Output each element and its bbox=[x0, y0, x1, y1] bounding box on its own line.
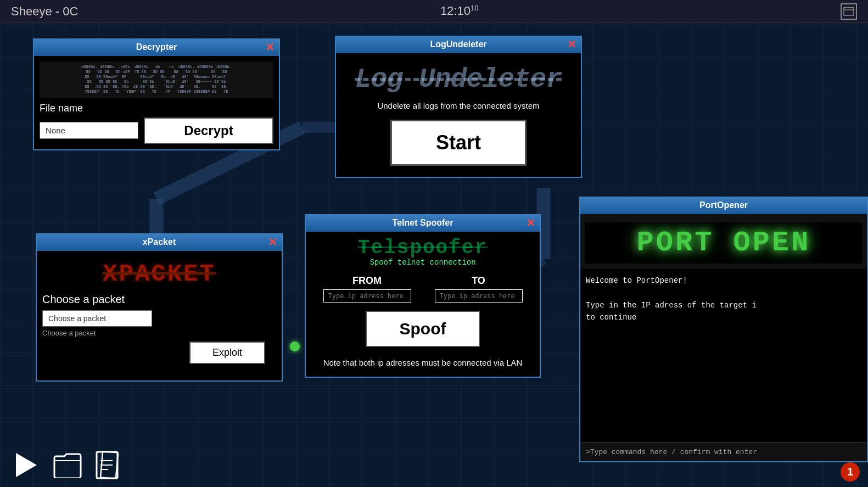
file-name-input[interactable] bbox=[40, 122, 138, 139]
to-label: TO bbox=[472, 275, 485, 287]
telnet-spoofer-window: Telnet Spoofer ✕ Telspoofer Spoof telnet… bbox=[305, 214, 541, 378]
telnet-to-input[interactable] bbox=[435, 289, 523, 303]
svg-rect-7 bbox=[844, 8, 854, 10]
notification-badge: 1 bbox=[841, 462, 860, 482]
telnet-from-field: FROM bbox=[323, 275, 411, 303]
svg-rect-6 bbox=[844, 8, 854, 15]
portopener-title: PortOpener bbox=[699, 200, 748, 210]
decrypter-titlebar: Decrypter ✕ bbox=[34, 38, 279, 56]
choose-hint: Choose a packet bbox=[42, 329, 276, 337]
telnet-close[interactable]: ✕ bbox=[526, 216, 535, 229]
telnet-spoof-text: Spoof telnet connection bbox=[306, 258, 540, 272]
logundeleter-titlebar: LogUndeleter ✕ bbox=[336, 36, 581, 53]
telnet-titlebar: Telnet Spoofer ✕ bbox=[306, 214, 540, 232]
from-label: FROM bbox=[352, 275, 382, 287]
spoof-button[interactable]: Spoof bbox=[366, 311, 480, 347]
decrypter-ascii-art: d8888b. d8888b. .o88b. d8888b. db db d88… bbox=[40, 61, 273, 98]
portopener-ascii: PORT OPEN bbox=[585, 222, 863, 264]
choose-packet-label: Choose a packet bbox=[42, 290, 276, 310]
xpacket-titlebar: xPacket ✕ bbox=[37, 233, 282, 251]
top-bar: Sheeye - 0C 12:1010 bbox=[0, 0, 868, 23]
xpacket-title: xPacket bbox=[143, 237, 176, 247]
xpacket-ascii: XPACKET bbox=[42, 256, 276, 290]
logundeleter-window: LogUndeleter ✕ Log Undeleter Undelete al… bbox=[335, 36, 582, 178]
decrypter-title: Decrypter bbox=[136, 42, 177, 52]
portopener-titlebar: PortOpener bbox=[580, 197, 867, 214]
start-button[interactable]: Start bbox=[390, 120, 527, 166]
folder-button[interactable] bbox=[52, 450, 82, 480]
portopener-welcome: Welcome to PortOpener! Type in the IP ad… bbox=[580, 269, 867, 329]
telnet-from-to-row: FROM TO bbox=[306, 272, 540, 305]
play-icon bbox=[16, 453, 37, 477]
decrypter-window: Decrypter ✕ d8888b. d8888b. .o88b. d8888… bbox=[33, 38, 280, 150]
decrypt-button[interactable]: Decrypt bbox=[144, 117, 273, 144]
file-name-label: File name bbox=[40, 103, 273, 114]
logundeleter-subtitle: Undelete all logs from the connected sys… bbox=[336, 97, 581, 120]
portopener-window: PortOpener PORT OPEN Welcome to PortOpen… bbox=[579, 197, 868, 462]
portopener-description: Type in the IP adress of the target ito … bbox=[586, 301, 757, 322]
choose-packet-input[interactable] bbox=[42, 310, 152, 327]
exploit-button[interactable]: Exploit bbox=[189, 342, 265, 364]
green-indicator bbox=[290, 342, 300, 351]
logundeleter-title: LogUndeleter bbox=[430, 40, 486, 49]
telnet-note: Note that both ip adresses must be conne… bbox=[306, 352, 540, 377]
telnet-from-input[interactable] bbox=[323, 289, 411, 303]
logundeleter-ascii: Log Undeleter bbox=[336, 53, 581, 97]
xpacket-window: xPacket ✕ XPACKET Choose a packet Choose… bbox=[36, 233, 283, 382]
play-button[interactable] bbox=[11, 450, 41, 480]
decrypter-close[interactable]: ✕ bbox=[265, 41, 275, 54]
clock: 12:1010 bbox=[440, 4, 479, 18]
telnet-ascii: Telspoofer bbox=[306, 232, 540, 258]
notes-button[interactable] bbox=[93, 450, 124, 480]
telnet-to-field: TO bbox=[435, 275, 523, 303]
telnet-title: Telnet Spoofer bbox=[393, 218, 453, 228]
bottom-bar bbox=[0, 443, 868, 487]
logundeleter-close[interactable]: ✕ bbox=[567, 38, 576, 51]
xpacket-close[interactable]: ✕ bbox=[268, 236, 277, 249]
app-title: Sheeye - 0C bbox=[11, 4, 78, 19]
window-icon bbox=[841, 3, 857, 20]
